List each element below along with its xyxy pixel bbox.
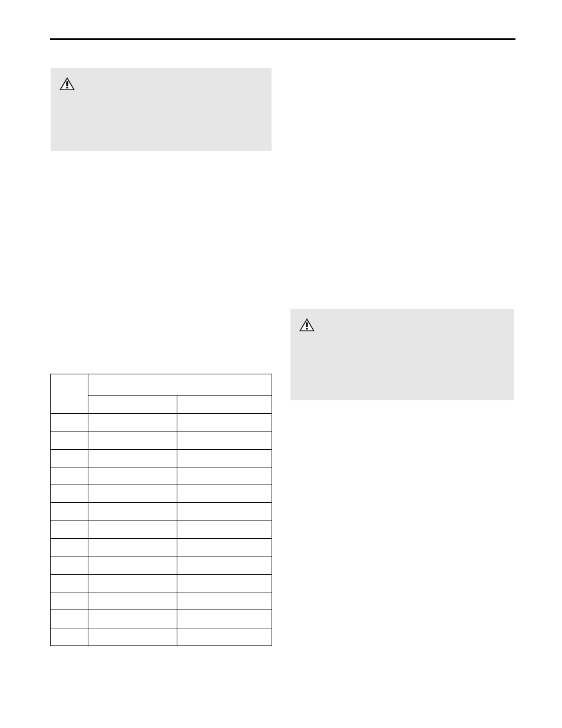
svg-rect-7 xyxy=(306,328,308,330)
table-cell xyxy=(51,431,88,449)
table-cell xyxy=(177,592,272,610)
table-cell xyxy=(177,556,272,574)
table-cell xyxy=(88,521,177,538)
table-cell xyxy=(177,539,272,556)
table-cell xyxy=(51,574,88,592)
svg-rect-6 xyxy=(306,322,308,327)
table-cell xyxy=(177,485,272,503)
table-cell xyxy=(88,628,177,645)
table-cell xyxy=(88,556,177,574)
table-cell xyxy=(51,556,88,574)
table-header-span xyxy=(88,374,272,396)
warning-icon xyxy=(299,318,315,331)
svg-rect-3 xyxy=(66,87,68,88)
warning-box-1 xyxy=(51,68,272,151)
table-cell xyxy=(88,485,177,503)
table-cell xyxy=(177,449,272,467)
table-cell xyxy=(51,485,88,503)
table-header-col1 xyxy=(51,374,88,414)
table-cell xyxy=(51,467,88,485)
table-cell xyxy=(177,574,272,592)
table-cell xyxy=(51,610,88,628)
table-cell xyxy=(51,503,88,521)
table-cell xyxy=(88,592,177,610)
table-cell xyxy=(177,521,272,538)
table-cell xyxy=(88,467,177,485)
table-cell xyxy=(88,449,177,467)
table-cell xyxy=(51,592,88,610)
table-cell xyxy=(177,431,272,449)
table-cell xyxy=(88,431,177,449)
warning-icon xyxy=(59,77,75,90)
table-cell xyxy=(177,414,272,431)
table-cell xyxy=(177,467,272,485)
table-cell xyxy=(51,539,88,556)
table-cell xyxy=(51,521,88,538)
table-subheader-col3 xyxy=(177,396,272,414)
warning-box-2 xyxy=(290,309,514,400)
table-cell xyxy=(88,503,177,521)
table-cell xyxy=(51,449,88,467)
table-cell xyxy=(88,610,177,628)
table-cell xyxy=(177,610,272,628)
table-cell xyxy=(177,628,272,645)
table-cell xyxy=(51,628,88,645)
table-cell xyxy=(177,503,272,521)
data-table xyxy=(50,374,272,646)
table-cell xyxy=(88,539,177,556)
table-cell xyxy=(88,574,177,592)
header-rule xyxy=(50,38,515,40)
table-subheader-col2 xyxy=(88,396,177,414)
svg-rect-2 xyxy=(66,81,68,86)
table-cell xyxy=(51,414,88,431)
table-cell xyxy=(88,414,177,431)
